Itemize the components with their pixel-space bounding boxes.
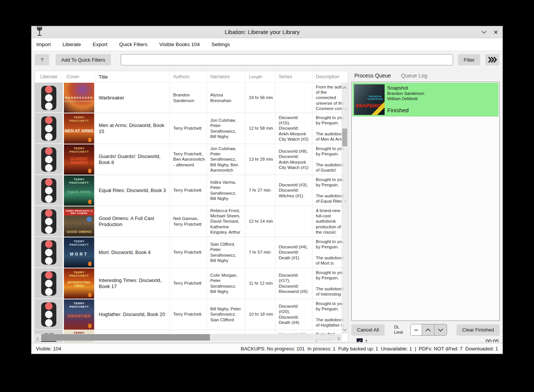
menu-export[interactable]: Export bbox=[93, 42, 107, 47]
scroll-down-icon[interactable] bbox=[343, 326, 347, 333]
table-row[interactable]: TERRY PRATCHETT MEN AT ARMS Men at Arms:… bbox=[35, 113, 348, 144]
book-authors: Terry Pratchett bbox=[170, 268, 207, 299]
book-series: Discworld (#15), Discworld: Ankh-Morpork… bbox=[275, 113, 312, 144]
book-narrators: Jon Culshaw, Peter Serafinowicz, Bill Ni… bbox=[207, 144, 245, 175]
table-row[interactable]: WARBREAKER BRANDON SANDERSON Warbreaker … bbox=[35, 82, 348, 113]
menu-visible-books[interactable]: Visible Books 104 bbox=[159, 42, 200, 47]
book-length: 12 hr 14 min bbox=[245, 206, 275, 237]
book-title: Equal Rites: Discworld, Book 3 bbox=[95, 175, 170, 206]
table-row[interactable]: TERRY PRATCHETT MORT Mort: Discworld, Bo… bbox=[35, 237, 348, 268]
spinner-down-icon[interactable] bbox=[434, 324, 447, 335]
fast-forward-chevrons-icon[interactable] bbox=[485, 54, 499, 65]
liberate-traffic-light-icon[interactable] bbox=[41, 147, 56, 172]
dl-limit-spinner[interactable]: ∞ bbox=[410, 324, 447, 336]
spinner-up-icon[interactable] bbox=[422, 324, 434, 335]
book-narrators: Sian Clifford, Peter Serafinowicz, Bill … bbox=[207, 237, 245, 268]
book-authors: Terry Pratchett bbox=[170, 113, 207, 144]
table-horizontal-scrollbar[interactable] bbox=[35, 334, 342, 341]
book-authors: Brandon Sanderson bbox=[170, 83, 207, 113]
liberate-traffic-light-icon[interactable] bbox=[41, 86, 56, 110]
filter-toolbar: ? Add To Quick Filters Filter bbox=[31, 51, 503, 68]
book-authors: Terry Pratchett bbox=[170, 237, 207, 268]
book-narrators: Colin Morgan, Peter Serafinowicz, Bill N… bbox=[207, 268, 245, 299]
backup-stats-label: BACKUPS: No progress: 101 In process: 1 … bbox=[241, 346, 498, 352]
book-series: Discworld (#17), Discworld: Rincewind (#… bbox=[275, 268, 312, 299]
dl-limit-value: ∞ bbox=[411, 324, 422, 335]
queue-item-status: Finished bbox=[387, 107, 497, 115]
main-content: Liberate Cover Title Authors Narrators L… bbox=[31, 68, 503, 342]
book-title: Guards! Guards!: Discworld, Book 8 bbox=[95, 144, 170, 175]
table-row[interactable]: TERRY PRATCHETT INTERESTING TIMES Intere… bbox=[35, 268, 348, 299]
book-authors: Terry Pratchett, Ben Aaronovitch - after… bbox=[170, 144, 207, 175]
column-header-liberate[interactable]: Liberate bbox=[35, 71, 63, 82]
menu-quick-filters[interactable]: Quick Filters bbox=[119, 42, 147, 47]
menu-bar: Import Liberate Export Quick Filters Vis… bbox=[31, 38, 503, 51]
book-cover: TERRY PRATCHETT GUARDS! GUARDS! bbox=[64, 144, 94, 175]
column-header-series[interactable]: Series bbox=[275, 71, 312, 82]
vertical-scroll-thumb[interactable] bbox=[342, 129, 347, 146]
column-header-description[interactable]: Description bbox=[312, 71, 348, 82]
window-title: Libation: Liberate your Library bbox=[43, 29, 481, 35]
menu-import[interactable]: Import bbox=[36, 42, 51, 47]
book-cover: TERRY PRATCHETT & NEIL GAIMAN GOOD OMENS bbox=[64, 206, 94, 237]
scroll-left-icon[interactable] bbox=[36, 336, 39, 342]
book-title: Interesting Times: Discworld, Book 17 bbox=[95, 268, 170, 299]
queue-item-finished[interactable]: BRANDON SANDERSON SNAPSHOT Snapshot Bran… bbox=[352, 83, 498, 116]
queue-count-checkbox[interactable]: ✓ bbox=[357, 338, 363, 342]
column-header-authors[interactable]: Authors bbox=[170, 71, 207, 82]
table-row[interactable]: TERRY PRATCHETT EQUAL RITES Equal Rites:… bbox=[35, 175, 348, 206]
liberate-traffic-light-icon[interactable] bbox=[41, 240, 56, 265]
filter-search-input[interactable] bbox=[121, 54, 453, 65]
table-vertical-scrollbar[interactable] bbox=[342, 83, 348, 334]
liberate-traffic-light-icon[interactable] bbox=[41, 302, 56, 327]
book-length: 10 hr 18 min bbox=[245, 299, 275, 330]
liberate-traffic-light-icon[interactable] bbox=[41, 209, 56, 234]
queue-item-cover: BRANDON SANDERSON SNAPSHOT bbox=[354, 84, 385, 115]
status-bar: Visible: 104 BACKUPS: No progress: 101 I… bbox=[31, 343, 503, 354]
book-narrators: Indira Varma, Peter Serafinowicz, Bill N… bbox=[207, 175, 245, 206]
book-cover: TERRY PRATCHETT MEN AT ARMS bbox=[64, 113, 94, 144]
tab-process-queue[interactable]: Process Queue bbox=[354, 73, 391, 79]
table-row[interactable]: TERRY PRATCHETT GUARDS! GUARDS! Guards! … bbox=[35, 144, 348, 175]
menu-liberate[interactable]: Liberate bbox=[62, 42, 81, 47]
tab-queue-log[interactable]: Queue Log bbox=[401, 73, 427, 79]
book-cover: TERRY PRATCHETT MORT bbox=[64, 237, 94, 268]
book-series bbox=[275, 206, 312, 237]
table-row[interactable]: TERRY PRATCHETT HOGFATHER Hogfather: Dis… bbox=[35, 299, 348, 330]
minimize-chevron-icon[interactable] bbox=[481, 30, 487, 34]
close-icon[interactable]: × bbox=[494, 28, 498, 36]
liberate-traffic-light-icon[interactable] bbox=[41, 116, 56, 141]
scroll-right-icon[interactable] bbox=[337, 336, 340, 342]
horizontal-scroll-thumb[interactable] bbox=[41, 334, 210, 341]
desktop-background: Libation: Liberate your Library × Import… bbox=[0, 0, 534, 392]
menu-settings[interactable]: Settings bbox=[211, 42, 230, 47]
visible-count-label: Visible: 104 bbox=[36, 346, 61, 352]
book-narrators: Jon Culshaw, Peter Serafinowicz, Bill Ni… bbox=[207, 113, 245, 144]
book-cover: TERRY PRATCHETT HOGFATHER bbox=[64, 299, 94, 330]
cancel-all-button[interactable]: Cancel All bbox=[351, 324, 385, 336]
column-header-title[interactable]: Title bbox=[95, 71, 170, 82]
clear-finished-button[interactable]: Clear Finished bbox=[456, 324, 500, 336]
app-window: Libation: Liberate your Library × Import… bbox=[31, 26, 503, 354]
liberate-traffic-light-icon[interactable] bbox=[41, 178, 56, 203]
queue-item-narrator: William DeMeritt bbox=[387, 96, 497, 102]
book-title: Good Omens: A Full Cast Production bbox=[95, 206, 170, 237]
book-length: 24 hr 56 min bbox=[245, 83, 275, 113]
book-authors: Terry Pratchett bbox=[170, 299, 207, 330]
table-row[interactable]: TERRY PRATCHETT & NEIL GAIMAN GOOD OMENS… bbox=[35, 206, 348, 237]
book-series: Discworld (#4), Discworld: Death (#1) bbox=[275, 237, 312, 268]
queue-item-author: Brandon Sanderson bbox=[387, 91, 497, 96]
column-header-narrators[interactable]: Narrators bbox=[207, 71, 245, 82]
column-header-cover[interactable]: Cover bbox=[63, 71, 95, 82]
liberate-traffic-light-icon[interactable] bbox=[41, 271, 56, 296]
book-title: Men at Arms: Discworld, Book 15 bbox=[95, 113, 170, 144]
column-header-length[interactable]: Length bbox=[245, 71, 275, 82]
scroll-up-icon[interactable] bbox=[343, 84, 347, 91]
filter-button[interactable]: Filter bbox=[458, 54, 480, 65]
title-bar[interactable]: Libation: Liberate your Library × bbox=[31, 26, 503, 38]
queue-list[interactable]: BRANDON SANDERSON SNAPSHOT Snapshot Bran… bbox=[351, 82, 500, 321]
process-queue-panel: Process Queue Queue Log BRANDON SANDERSO… bbox=[351, 71, 500, 342]
help-button[interactable]: ? bbox=[35, 54, 49, 65]
book-series: Discworld (#20), Discworld: Death (#4) bbox=[275, 299, 312, 330]
add-to-quick-filters-button[interactable]: Add To Quick Filters bbox=[56, 54, 111, 65]
